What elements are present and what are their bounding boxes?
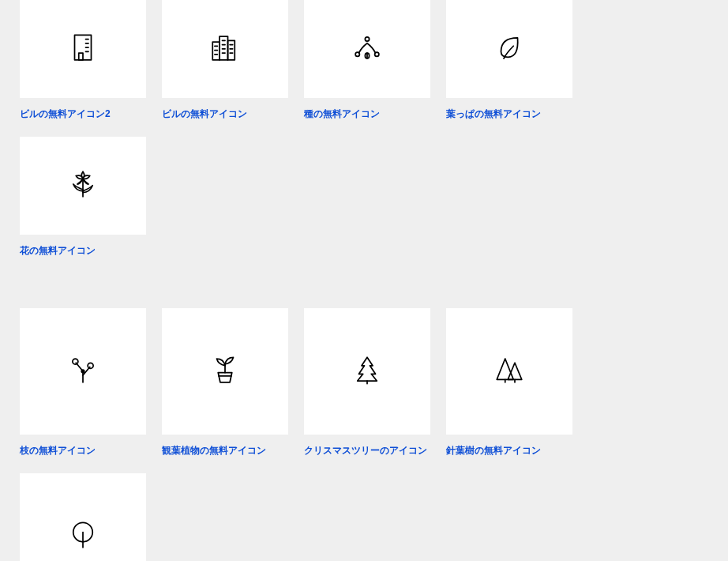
leaf-icon bbox=[493, 31, 526, 67]
icon-label[interactable]: 観葉植物の無料アイコン bbox=[162, 444, 288, 457]
icon-card-seed[interactable] bbox=[304, 0, 430, 98]
icon-card-buildings[interactable] bbox=[162, 0, 288, 98]
icon-card-flower[interactable] bbox=[20, 137, 146, 235]
seed-icon bbox=[351, 31, 384, 67]
icon-card-houseplant[interactable] bbox=[162, 308, 288, 435]
svg-rect-8 bbox=[228, 40, 235, 60]
houseplant-icon bbox=[208, 353, 242, 390]
icon-label[interactable]: 花の無料アイコン bbox=[20, 244, 146, 258]
flower-icon bbox=[66, 168, 99, 204]
icon-card-broadleaf[interactable] bbox=[20, 473, 146, 561]
icon-grid: 枝の無料アイコン 観葉植物の無料アイコン bbox=[20, 308, 708, 561]
buildings-icon bbox=[208, 31, 242, 67]
building-icon bbox=[66, 31, 99, 67]
icon-card-branch[interactable] bbox=[20, 308, 146, 435]
svg-point-28 bbox=[88, 363, 93, 368]
icon-card-building[interactable] bbox=[20, 0, 146, 98]
svg-point-20 bbox=[355, 52, 359, 56]
icon-label[interactable]: 葉っぱの無料アイコン bbox=[446, 107, 572, 121]
icon-card-conifer[interactable] bbox=[446, 308, 572, 435]
icon-card-christmas-tree[interactable] bbox=[304, 308, 430, 435]
icon-item: ビルの無料アイコン2 bbox=[20, 0, 146, 121]
icon-item: ビルの無料アイコン bbox=[162, 0, 288, 121]
icon-label[interactable]: 枝の無料アイコン bbox=[20, 444, 146, 457]
svg-point-21 bbox=[375, 52, 379, 56]
icon-item: 葉っぱの無料アイコン bbox=[446, 0, 572, 121]
branch-icon bbox=[66, 353, 99, 390]
icon-item: 枝の無料アイコン bbox=[20, 308, 146, 457]
icon-item: クリスマスツリーのアイコン bbox=[304, 308, 430, 457]
icon-label[interactable]: ビルの無料アイコン2 bbox=[20, 107, 146, 121]
icon-item: 種の無料アイコン bbox=[304, 0, 430, 121]
icon-item: 花の無料アイコン bbox=[20, 137, 146, 258]
svg-point-29 bbox=[81, 370, 84, 373]
icon-item: 観葉植物の無料アイコン bbox=[162, 308, 288, 457]
icon-item: 広葉樹の無料アイコン bbox=[20, 473, 146, 561]
icon-label[interactable]: 種の無料アイコン bbox=[304, 107, 430, 121]
icon-label[interactable]: 針葉樹の無料アイコン bbox=[446, 444, 572, 457]
christmas-tree-icon bbox=[351, 353, 384, 390]
svg-point-27 bbox=[73, 359, 78, 364]
icon-card-leaf[interactable] bbox=[446, 0, 572, 98]
conifer-icon bbox=[493, 353, 526, 390]
svg-rect-5 bbox=[79, 53, 83, 60]
icon-grid: ビルの無料アイコン2 bbox=[20, 0, 708, 258]
icon-label[interactable]: ビルの無料アイコン bbox=[162, 107, 288, 121]
svg-point-19 bbox=[365, 37, 369, 41]
icon-label[interactable]: クリスマスツリーのアイコン bbox=[304, 444, 430, 457]
broadleaf-tree-icon bbox=[66, 518, 99, 555]
icon-item: 針葉樹の無料アイコン bbox=[446, 308, 572, 457]
